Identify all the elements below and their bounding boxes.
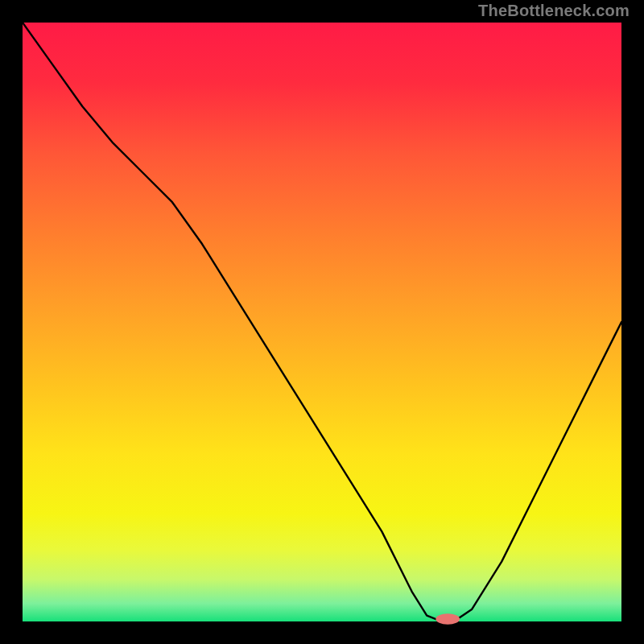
bottleneck-chart	[0, 0, 644, 644]
gradient-background	[23, 23, 621, 621]
plot-area	[23, 23, 621, 625]
optimal-marker	[436, 613, 460, 624]
chart-container: TheBottleneck.com	[0, 0, 644, 644]
watermark-text: TheBottleneck.com	[478, 2, 630, 20]
